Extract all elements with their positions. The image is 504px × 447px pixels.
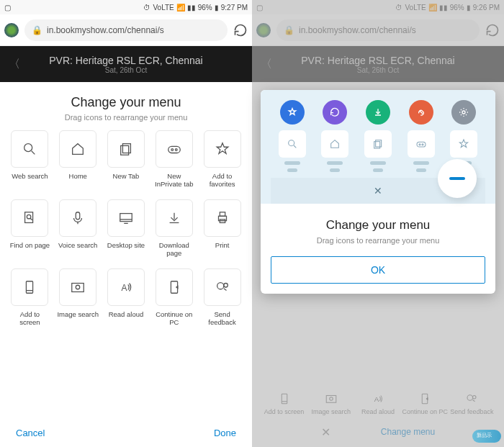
tile-feedback[interactable]: Send feedback [199,268,245,335]
svg-text:A: A [374,395,379,403]
tile-favorites[interactable]: Add to favorites [199,130,245,197]
tile-label: Voice search [58,241,97,249]
addscreen-icon [11,268,48,306]
alarm-icon: ⏱ [143,4,150,12]
ok-button[interactable]: OK [271,256,485,284]
svg-rect-2 [122,144,130,153]
wifi-icon: 📶 [428,4,437,12]
ghost-tile[interactable]: Add to screen [261,392,307,415]
svg-point-26 [217,283,223,289]
volte-icon: VoLTE [153,4,174,12]
svg-rect-7 [25,212,33,223]
tile-continuepc[interactable]: Continue on PC [151,268,197,335]
lock-icon: 🔒 [284,25,294,35]
ghost-tile[interactable]: Continue on PC [402,392,449,415]
tile-print[interactable]: Print [199,199,245,266]
phone-right: ▢ ⏱ VoLTE 📶 ▮▮ 96% ▮ 9:26 PM 🔒 in.bookmy… [252,0,504,447]
svg-line-9 [30,218,32,220]
tile-label: New InPrivate tab [153,172,195,189]
back-icon[interactable]: 〈 [9,57,20,72]
tile-imgsearch[interactable]: Image search [55,268,101,335]
tile-readaloud[interactable]: ARead aloud [104,268,149,335]
new-tab-icon [107,130,145,168]
back-icon[interactable]: 〈 [261,57,272,72]
tile-label: Image search [57,310,99,318]
svg-rect-10 [76,212,80,220]
clock: 9:26 PM [473,4,500,12]
url-bar: 🔒 in.bookmyshow.com/chennai/s [252,14,504,46]
svg-point-27 [223,284,228,288]
ghost-tile[interactable]: Send feedback [449,392,495,415]
svg-rect-20 [27,281,33,294]
page-header: 〈 PVR: Heritage RSL ECR, Chennai Sat, 26… [0,46,252,82]
illus-close-row: ✕ [271,178,485,204]
signal-icon: ▮▮ [187,4,196,12]
svg-rect-42 [374,142,380,148]
done-button[interactable]: Done [214,428,236,438]
page-date: Sat, 26th Oct [357,66,399,74]
illus-box [275,130,310,172]
change-menu-button[interactable]: Change menu [381,427,435,437]
illus-close-icon: ✕ [374,185,382,197]
battery-icon: ▮ [467,4,471,12]
illus-box [404,130,438,172]
volte-icon: VoLTE [405,4,426,12]
lock-icon: 🔒 [32,25,42,35]
illus-circle-icon [409,100,433,125]
svg-point-44 [419,144,420,145]
tile-web-search[interactable]: Web search [7,130,53,197]
tile-voice[interactable]: Voice search [55,199,101,266]
page-date: Sat, 26th Oct [105,66,147,74]
illus-circle-icon [451,100,476,125]
svg-point-38 [462,111,465,114]
battery-icon: ▮ [215,4,219,12]
svg-point-39 [288,140,294,146]
url-bar: 🔒 in.bookmyshow.com/chennai/s [0,14,252,46]
alarm-icon: ⏱ [395,4,402,12]
svg-rect-12 [120,214,132,222]
clock: 9:27 PM [221,4,248,12]
tile-home[interactable]: Home [55,130,101,197]
cancel-button[interactable]: Cancel [16,428,45,438]
url-text: in.bookmyshow.com/chennai/s [299,25,416,35]
tile-inprivate[interactable]: New InPrivate tab [151,130,197,197]
ghost-menu-row: Add to screenImage searchARead aloudCont… [252,392,504,415]
svg-point-0 [24,144,32,152]
svg-point-23 [76,285,80,289]
page-header: 〈 PVR: Heritage RSL ECR, Chennai Sat, 26… [252,46,504,82]
ghost-tile[interactable]: Image search [307,392,354,415]
tile-label: New Tab [113,172,140,180]
tile-new-tab[interactable]: New Tab [104,130,149,197]
tile-label: Find on page [10,241,50,249]
page-title: PVR: Heritage RSL ECR, Chennai [49,55,202,66]
tile-label: Add to favorites [202,172,243,189]
inprivate-icon [156,130,193,168]
reload-icon[interactable] [485,23,500,37]
tile-addscreen[interactable]: Add to screen [7,268,53,335]
sheet-footer: Cancel Done [7,420,245,447]
ghost-footer: ✕ Change menu [252,417,504,447]
tile-download[interactable]: Download page [151,199,197,266]
find-icon [11,199,48,237]
svg-point-35 [473,396,477,399]
watermark [472,430,501,443]
home-icon [59,130,96,168]
sheet-subtitle: Drag icons to rearrange your menu [7,113,245,122]
address-field[interactable]: 🔒 in.bookmyshow.com/chennai/s [24,19,228,41]
tile-find[interactable]: Find on page [7,199,53,266]
site-favicon [256,23,271,37]
svg-text:A: A [122,283,127,293]
reload-icon[interactable] [233,23,248,37]
gallery-icon: ▢ [4,4,11,12]
svg-rect-30 [326,396,336,403]
web-search-icon [11,130,48,168]
address-field[interactable]: 🔒 in.bookmyshow.com/chennai/s [276,19,480,41]
tile-desktop[interactable]: Desktop site [104,199,149,266]
status-bar: ▢ ⏱ VoLTE 📶 ▮▮ 96% ▮ 9:27 PM [0,0,252,14]
ghost-tile[interactable]: ARead aloud [354,392,401,415]
desktop-icon [107,199,145,237]
close-icon[interactable]: ✕ [321,425,330,439]
download-icon [156,199,193,237]
tile-label: Home [69,172,87,180]
illus-circle-icon [323,100,347,125]
